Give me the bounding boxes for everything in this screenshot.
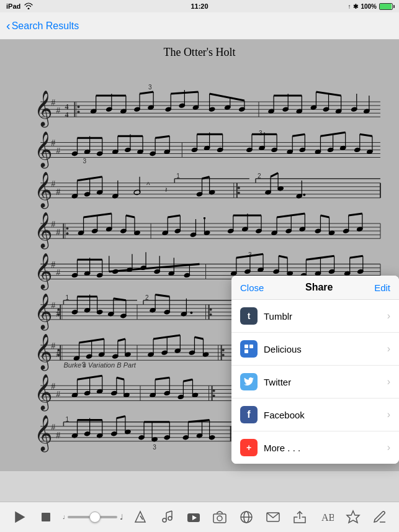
tumblr-icon: t [240, 307, 258, 325]
share-item-delicious[interactable]: Delicious › [231, 333, 399, 366]
svg-marker-446 [16, 512, 24, 522]
instrument-button[interactable] [157, 507, 177, 527]
facebook-icon: f [240, 406, 258, 423]
share-header: Close Share Edit [231, 276, 399, 300]
svg-rect-445 [249, 349, 253, 353]
edit-button[interactable] [370, 507, 390, 527]
slider-slow-icon: ♩ [63, 515, 65, 520]
youtube-button[interactable] [184, 507, 204, 527]
more-chevron-icon: › [387, 442, 390, 453]
share-item-facebook[interactable]: f Facebook › [231, 399, 399, 431]
share-item-tumblr[interactable]: t Tumblr › [231, 300, 399, 333]
status-right: ↑ ✱ 100% [347, 3, 393, 10]
delicious-icon [240, 340, 258, 358]
facebook-label: Facebook [264, 410, 305, 420]
twitter-chevron-icon: › [387, 376, 390, 387]
share-button[interactable] [290, 507, 310, 527]
camera-button[interactable] [210, 507, 230, 527]
delicious-label: Delicious [264, 344, 302, 354]
nav-bar: ‹ Search Results [0, 12, 399, 40]
status-bar: iPad 11:20 ↑ ✱ 100% [0, 0, 399, 12]
svg-rect-456 [213, 514, 226, 523]
svg-point-457 [217, 516, 222, 521]
twitter-icon [240, 373, 258, 390]
share-edit-button[interactable]: Edit [374, 282, 390, 293]
star-button[interactable] [343, 507, 363, 527]
svg-rect-447 [42, 513, 50, 521]
svg-point-449 [163, 518, 166, 522]
svg-rect-444 [244, 349, 248, 353]
share-title: Share [305, 282, 333, 293]
bluetooth-icon: ✱ [353, 3, 358, 10]
battery-percent: 100% [361, 3, 377, 10]
mail-button[interactable] [263, 507, 283, 527]
text-button[interactable]: ABC [316, 507, 336, 527]
battery-icon [379, 3, 393, 10]
main-content: The Otter's Holt 𝄞 # # 4 4 [0, 40, 399, 502]
bottom-toolbar: ♩ ♩ [0, 502, 399, 532]
status-time: 11:20 [191, 2, 208, 10]
twitter-label: Twitter [264, 377, 291, 387]
share-close-button[interactable]: Close [240, 282, 264, 293]
tumblr-chevron-icon: › [387, 310, 390, 322]
svg-marker-463 [347, 511, 359, 523]
stop-button[interactable] [36, 507, 56, 527]
svg-point-450 [168, 516, 172, 520]
back-button[interactable]: ‹ Search Results [6, 19, 79, 33]
back-label: Search Results [12, 20, 79, 32]
device-label: iPad [6, 2, 20, 10]
svg-line-453 [166, 511, 172, 513]
status-left: iPad [6, 2, 33, 11]
svg-rect-442 [244, 345, 248, 348]
share-panel: Close Share Edit t Tumblr › [231, 276, 399, 464]
play-button[interactable] [9, 507, 29, 527]
svg-rect-443 [249, 345, 253, 348]
arrow-up-icon: ↑ [347, 3, 351, 10]
share-item-more[interactable]: + More . . . › [231, 431, 399, 464]
share-item-twitter[interactable]: Twitter › [231, 366, 399, 399]
slider-fast-icon: ♩ [120, 513, 123, 521]
tumblr-label: Tumblr [264, 311, 292, 322]
wifi-icon [24, 2, 33, 11]
globe-button[interactable] [236, 507, 256, 527]
back-chevron-icon: ‹ [6, 19, 11, 33]
tempo-slider[interactable]: ♩ ♩ [63, 513, 123, 521]
svg-text:ABC: ABC [321, 512, 334, 523]
metronome-button[interactable] [130, 507, 150, 527]
slider-track[interactable] [68, 516, 117, 518]
slider-thumb[interactable] [89, 512, 101, 523]
facebook-chevron-icon: › [387, 409, 390, 420]
more-label: More . . . [264, 443, 300, 453]
delicious-chevron-icon: › [387, 343, 390, 354]
more-icon: + [240, 439, 258, 456]
